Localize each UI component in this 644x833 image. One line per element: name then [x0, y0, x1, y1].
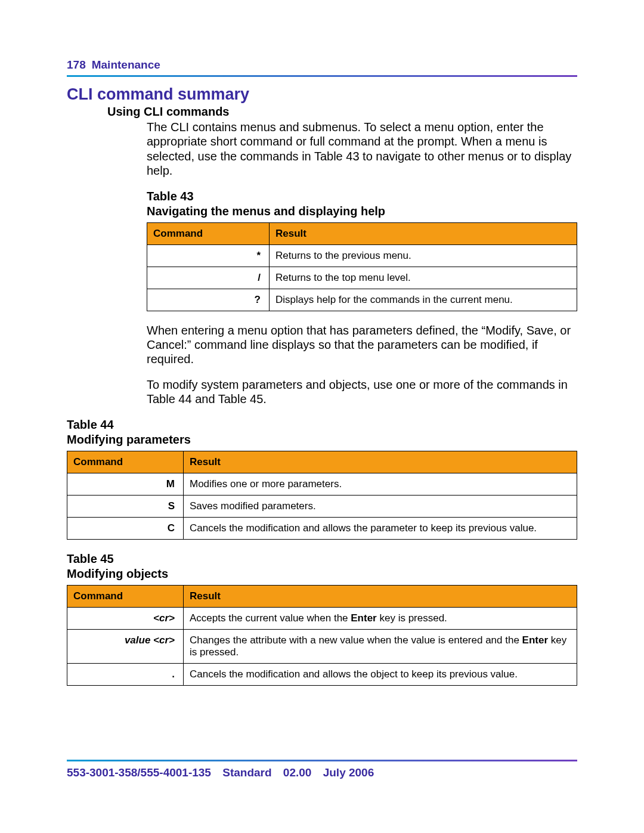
cell-result: Accepts the current value when the Enter…	[184, 607, 577, 629]
table-44-block: Table 44 Modifying parameters Command Re…	[67, 417, 577, 540]
cell-command: /	[147, 267, 270, 289]
cell-command: S	[67, 495, 184, 517]
doc-version: 02.00	[283, 766, 312, 779]
cell-result: Returns to the top menu level.	[270, 267, 577, 289]
table-row: value <cr>Changes the attribute with a n…	[67, 629, 577, 663]
page-footer: 553-3001-358/555-4001-135 Standard 02.00…	[67, 760, 577, 779]
cell-command: <cr>	[67, 607, 184, 629]
table-row: .Cancels the modification and allows the…	[67, 663, 577, 685]
col-command: Command	[67, 451, 184, 473]
cell-result: Returns to the previous menu.	[270, 244, 577, 267]
table-45-block: Table 45 Modifying objects Command Resul…	[67, 552, 577, 686]
doc-status: Standard	[222, 766, 271, 779]
table-number: Table 44	[67, 418, 114, 431]
col-result: Result	[184, 451, 577, 473]
mid-paragraph-2: To modify system parameters and objects,…	[67, 377, 577, 407]
cell-command: M	[67, 473, 184, 495]
cell-result: Cancels the modification and allows the …	[184, 517, 577, 539]
col-command: Command	[147, 222, 270, 244]
col-command: Command	[67, 585, 184, 607]
table-row: CCancels the modification and allows the…	[67, 517, 577, 539]
table-43: Command Result *Returns to the previous …	[147, 222, 577, 311]
col-result: Result	[184, 585, 577, 607]
table-body: <cr>Accepts the current value when the E…	[67, 607, 577, 685]
table-body: *Returns to the previous menu./Returns t…	[147, 244, 577, 311]
cell-result: Modifies one or more parameters.	[184, 473, 577, 495]
table-number: Table 43	[147, 190, 194, 203]
header-rule	[67, 75, 577, 77]
intro-paragraph: The CLI contains menus and submenus. To …	[67, 120, 577, 178]
table-body: MModifies one or more parameters.SSaves …	[67, 473, 577, 539]
cell-command: *	[147, 244, 270, 267]
cell-result: Cancels the modification and allows the …	[184, 663, 577, 685]
table-caption-text: Navigating the menus and displaying help	[147, 205, 385, 218]
cell-command: .	[67, 663, 184, 685]
running-head: 178Maintenance	[67, 58, 577, 72]
doc-date: July 2006	[323, 766, 374, 779]
table-header-row: Command Result	[147, 222, 577, 244]
table-43-block: Table 43 Navigating the menus and displa…	[67, 189, 577, 311]
cell-command: C	[67, 517, 184, 539]
table-header-row: Command Result	[67, 451, 577, 473]
cell-command: value <cr>	[67, 629, 184, 663]
footer-line: 553-3001-358/555-4001-135 Standard 02.00…	[67, 766, 577, 779]
doc-number: 553-3001-358/555-4001-135	[67, 766, 211, 779]
cell-result: Changes the attribute with a new value w…	[184, 629, 577, 663]
table-44: Command Result MModifies one or more par…	[67, 451, 577, 540]
table-row: MModifies one or more parameters.	[67, 473, 577, 495]
table-row: ?Displays help for the commands in the c…	[147, 289, 577, 311]
table-44-caption: Table 44 Modifying parameters	[67, 417, 577, 447]
mid-paragraph-1: When entering a menu option that has par…	[67, 323, 577, 367]
page-title: CLI command summary	[67, 85, 577, 104]
table-row: *Returns to the previous menu.	[147, 244, 577, 267]
col-result: Result	[270, 222, 577, 244]
page-number: 178	[67, 58, 86, 71]
table-45-caption: Table 45 Modifying objects	[67, 552, 577, 581]
subhead-using-cli: Using CLI commands	[67, 105, 577, 119]
cell-result: Displays help for the commands in the cu…	[270, 289, 577, 311]
table-43-caption: Table 43 Navigating the menus and displa…	[147, 189, 577, 219]
cell-result: Saves modified parameters.	[184, 495, 577, 517]
table-row: SSaves modified parameters.	[67, 495, 577, 517]
table-number: Table 45	[67, 552, 114, 565]
table-row: /Returns to the top menu level.	[147, 267, 577, 289]
table-45: Command Result <cr>Accepts the current v…	[67, 585, 577, 686]
cell-command: ?	[147, 289, 270, 311]
footer-rule	[67, 760, 577, 761]
document-page: 178Maintenance CLI command summary Using…	[0, 0, 644, 833]
section-name: Maintenance	[92, 58, 160, 71]
table-header-row: Command Result	[67, 585, 577, 607]
table-caption-text: Modifying parameters	[67, 433, 191, 446]
table-row: <cr>Accepts the current value when the E…	[67, 607, 577, 629]
table-caption-text: Modifying objects	[67, 567, 168, 580]
